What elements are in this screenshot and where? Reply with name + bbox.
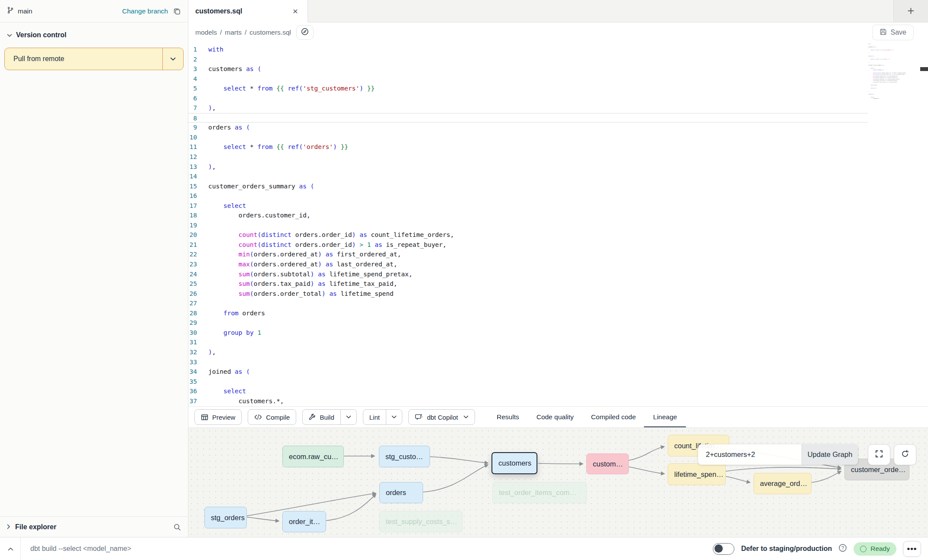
code-line-1[interactable]: 1with [188,45,868,55]
code-line-33[interactable]: 33 [188,357,868,367]
code-line-34[interactable]: 34joined as ( [188,367,868,377]
main-panel: customers.sql × + models/marts/customers… [188,0,928,537]
tab-results[interactable]: Results [497,407,519,427]
node-label: stg_orders [211,514,245,522]
command-prompt[interactable]: dbt build --select <model_name> [30,545,131,553]
tab-lineage[interactable]: Lineage [653,407,677,427]
search-icon[interactable] [173,523,181,531]
code-line-30[interactable]: 30 group by 1 [188,328,868,338]
code-line-11[interactable]: 11 select * from {{ ref('orders') }} [188,142,868,152]
code-line-37[interactable]: 37 customers.*, [188,396,868,406]
code-line-36[interactable]: 36 select [188,386,868,396]
version-control-title: Version control [16,31,66,39]
lineage-node-test_supply_costs[interactable]: test_supply_costs_s… [379,511,462,532]
version-control-header[interactable]: Version control [0,23,188,42]
save-button[interactable]: Save [872,25,914,40]
editor-scrollbar[interactable] [920,42,928,406]
compass-icon-button[interactable] [296,25,314,40]
pull-dropdown-button[interactable] [162,48,183,70]
table-icon [201,414,208,421]
breadcrumb-customers-sql[interactable]: customers.sql [249,29,291,36]
node-label: customers [498,459,531,467]
lineage-node-stg_customers[interactable]: stg_custo… [379,446,430,467]
lineage-selector-input[interactable] [698,444,802,465]
lineage-node-orders[interactable]: orders [379,482,423,503]
fullscreen-button[interactable] [868,444,890,465]
refresh-button[interactable] [894,444,916,465]
code-editor[interactable]: 1with23customers as (45 select * from {{… [188,42,928,406]
tab-code-quality[interactable]: Code quality [537,407,574,427]
preview-button[interactable]: Preview [195,410,241,424]
scrollbar-thumb[interactable] [920,67,928,71]
lineage-node-stg_orders[interactable]: stg_orders [204,507,247,528]
file-explorer-title: File explorer [15,523,56,531]
code-line-22[interactable]: 22 min(orders.ordered_at) as first_order… [188,249,868,259]
lineage-node-test_order_items[interactable]: test_order_items_com… [492,482,587,503]
code-line-13[interactable]: 13), [188,162,868,172]
code-line-19[interactable]: 19 [188,220,868,230]
code-line-2[interactable]: 2 [188,55,868,65]
code-line-25[interactable]: 25 sum(orders.tax_paid) as lifetime_tax_… [188,279,868,289]
change-branch-link[interactable]: Change branch [122,7,168,15]
code-line-5[interactable]: 5 select * from {{ ref('stg_customers') … [188,84,868,94]
code-line-35[interactable]: 35 [188,377,868,387]
lineage-node-custom[interactable]: custom… [586,453,629,474]
code-line-4[interactable]: 4 [188,74,868,84]
lineage-node-ecom_raw_customers[interactable]: ecom.raw_cu… [282,446,344,467]
code-line-10[interactable]: 10 [188,133,868,142]
line-number: 30 [188,328,208,338]
lint-button[interactable]: Lint [363,410,386,424]
result-tabs: ResultsCode qualityCompiled codeLineage [497,407,677,427]
lineage-node-customers[interactable]: customers [491,452,537,474]
help-icon[interactable]: ? [838,544,847,554]
code-line-24[interactable]: 24 sum(orders.subtotal) as lifetime_spen… [188,269,868,279]
pull-from-remote-button[interactable]: Pull from remote [4,48,184,70]
code-line-6[interactable]: 6 [188,94,868,104]
line-number: 24 [188,269,208,279]
code-lines: 1with23customers as (45 select * from {{… [188,42,928,406]
tab-customers-sql[interactable]: customers.sql × [188,0,308,22]
chevron-up-icon[interactable] [0,547,20,551]
update-graph-button[interactable]: Update Graph [802,444,858,465]
code-line-27[interactable]: 27 [188,298,868,308]
code-line-17[interactable]: 17 select [188,201,868,211]
code-line-12[interactable]: 12 [188,152,868,162]
code-line-9[interactable]: 9orders as ( [188,123,868,133]
breadcrumb-marts[interactable]: marts [225,29,242,36]
lineage-node-lifetime_spend[interactable]: lifetime_spen… [668,463,726,485]
dbt-copilot-button[interactable]: dbt Copilot [409,410,475,424]
code-line-3[interactable]: 3customers as ( [188,64,868,74]
line-content: count(distinct orders.order_id) as count… [208,230,454,240]
code-line-18[interactable]: 18 orders.customer_id, [188,210,868,220]
copy-icon[interactable] [173,7,181,15]
build-dropdown-button[interactable] [340,410,356,424]
defer-toggle[interactable] [713,543,734,555]
code-line-16[interactable]: 16 [188,191,868,201]
code-line-14[interactable]: 14 [188,172,868,181]
lineage-node-order_items[interactable]: order_it… [282,511,326,532]
code-line-7[interactable]: 7), [188,103,868,113]
code-line-23[interactable]: 23 max(orders.ordered_at) as last_ordere… [188,259,868,269]
code-line-31[interactable]: 31 [188,337,868,347]
new-tab-button[interactable]: + [893,0,928,22]
breadcrumb-models[interactable]: models [195,29,217,36]
code-line-28[interactable]: 28 from orders [188,308,868,318]
build-button[interactable]: Build [303,410,340,424]
compile-button[interactable]: Compile [248,410,296,424]
code-line-32[interactable]: 32), [188,347,868,357]
code-line-20[interactable]: 20 count(distinct orders.order_id) as co… [188,230,868,240]
lint-dropdown-button[interactable] [386,410,402,424]
code-line-26[interactable]: 26 sum(orders.order_total) as lifetime_s… [188,289,868,299]
lineage-node-average_order[interactable]: average_ord… [753,473,812,494]
tab-compiled-code[interactable]: Compiled code [591,407,636,427]
minimap[interactable]: withcustomers as ( select * from {{ ref(… [868,43,920,117]
button-label: Build [320,414,334,421]
code-line-21[interactable]: 21 count(distinct orders.order_id) > 1 a… [188,240,868,250]
code-line-29[interactable]: 29 [188,318,868,328]
file-explorer-row[interactable]: File explorer [0,516,188,537]
more-menu-button[interactable]: ••• [903,541,921,557]
code-line-15[interactable]: 15customer_orders_summary as ( [188,181,868,191]
code-line-8[interactable]: 8 [188,113,868,123]
tab-close-button[interactable]: × [293,6,298,16]
status-badge[interactable]: Ready [854,542,896,556]
